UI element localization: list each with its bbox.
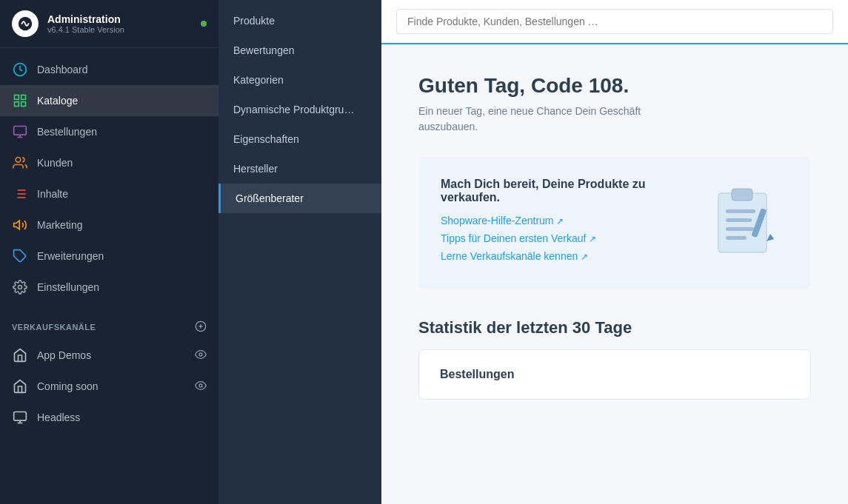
submenu-item-dynamische-produktgru[interactable]: Dynamische Produktgru… — [218, 95, 381, 124]
bestellungen-icon — [12, 124, 28, 140]
sidebar-item-erweiterungen[interactable]: Erweiterungen — [0, 241, 218, 272]
visibility-icon-app-demos[interactable] — [195, 349, 207, 363]
submenu-item-produkte[interactable]: Produkte — [218, 6, 381, 36]
sidebar-label-inhalte: Inhalte — [37, 188, 207, 200]
svg-rect-2 — [15, 95, 19, 100]
svg-point-18 — [19, 286, 22, 289]
channel-label-headless: Headless — [37, 411, 207, 423]
kataloge-submenu: Produkte Bewertungen Kategorien Dynamisc… — [218, 0, 381, 504]
greeting-sub: Ein neuer Tag, eine neue Chance Dein Ges… — [418, 104, 811, 135]
headless-icon — [12, 409, 28, 426]
visibility-icon-coming-soon[interactable] — [195, 380, 207, 394]
sidebar-label-kunden: Kunden — [37, 157, 207, 169]
svg-marker-16 — [14, 221, 20, 229]
erweiterungen-icon — [12, 248, 28, 264]
sidebar-label-marketing: Marketing — [37, 219, 207, 231]
search-input[interactable] — [396, 9, 833, 34]
svg-rect-24 — [14, 412, 27, 421]
sidebar-item-dashboard[interactable]: Dashboard — [0, 54, 218, 85]
marketing-icon — [12, 217, 28, 233]
channel-label-app-demos: App Demos — [37, 349, 186, 361]
app-version: v6.4.1 Stable Version — [47, 25, 192, 34]
promo-link-hilfe[interactable]: Shopware-Hilfe-Zentrum — [441, 215, 700, 226]
store2-icon — [12, 378, 28, 394]
stats-card: Bestellungen — [418, 349, 811, 400]
content-area: Guten Tag, Code 108. Ein neuer Tag, eine… — [381, 44, 848, 504]
sidebar-item-einstellungen[interactable]: Einstellungen — [0, 272, 218, 303]
greeting-section: Guten Tag, Code 108. Ein neuer Tag, eine… — [418, 74, 811, 135]
sidebar-item-kataloge[interactable]: Kataloge — [0, 85, 218, 116]
sidebar-label-einstellungen: Einstellungen — [37, 281, 207, 293]
svg-rect-31 — [726, 227, 754, 231]
channel-item-headless[interactable]: Headless — [0, 402, 218, 433]
svg-rect-29 — [726, 209, 755, 213]
submenu-item-groessenberater[interactable]: Größenberater — [218, 184, 381, 213]
greeting-heading: Guten Tag, Code 108. — [418, 74, 811, 98]
channel-label-coming-soon: Coming soon — [37, 380, 186, 392]
svg-rect-3 — [21, 95, 26, 100]
sidebar-item-marketing[interactable]: Marketing — [0, 209, 218, 241]
submenu-item-bewertungen[interactable]: Bewertungen — [218, 36, 381, 65]
promo-card: Mach Dich bereit, Deine Produkte zu verk… — [418, 157, 811, 289]
svg-marker-34 — [767, 234, 774, 241]
promo-heading: Mach Dich bereit, Deine Produkte zu verk… — [441, 178, 700, 204]
inhalte-icon — [12, 186, 28, 202]
submenu-item-kategorien[interactable]: Kategorien — [218, 65, 381, 95]
katalog-icon — [12, 93, 28, 109]
channel-item-coming-soon[interactable]: Coming soon — [0, 371, 218, 402]
sidebar-item-kunden[interactable]: Kunden — [0, 147, 218, 178]
sidebar-label-kataloge: Kataloge — [37, 95, 207, 107]
kunden-icon — [12, 155, 28, 171]
svg-rect-28 — [732, 189, 752, 201]
section-label: Verkaufskanäle — [12, 323, 96, 332]
svg-rect-4 — [15, 102, 19, 107]
submenu-item-hersteller[interactable]: Hersteller — [218, 154, 381, 184]
einstellungen-icon — [12, 279, 28, 295]
main-nav: Dashboard Kataloge Bestellungen — [0, 48, 218, 309]
promo-illustration — [700, 186, 789, 260]
svg-point-22 — [199, 353, 202, 356]
app-logo — [12, 10, 39, 37]
dashboard-icon — [12, 61, 28, 78]
topbar — [381, 0, 848, 44]
svg-rect-5 — [21, 102, 26, 107]
main-content: Guten Tag, Code 108. Ein neuer Tag, eine… — [381, 0, 848, 504]
svg-point-23 — [199, 384, 202, 387]
sidebar-label-erweiterungen: Erweiterungen — [37, 250, 207, 262]
online-status-dot — [201, 21, 207, 27]
stats-card-heading: Bestellungen — [440, 368, 789, 381]
sidebar-header: Administration v6.4.1 Stable Version — [0, 0, 218, 48]
svg-rect-32 — [726, 236, 747, 240]
channel-item-app-demos[interactable]: App Demos — [0, 340, 218, 371]
submenu-item-eigenschaften[interactable]: Eigenschaften — [218, 124, 381, 154]
sidebar: Administration v6.4.1 Stable Version Das… — [0, 0, 218, 504]
stats-section: Statistik der letzten 30 Tage Bestellung… — [418, 318, 811, 400]
promo-link-kanaele[interactable]: Lerne Verkaufskanäle kennen — [441, 250, 700, 262]
sidebar-label-dashboard: Dashboard — [37, 64, 207, 75]
sidebar-label-bestellungen: Bestellungen — [37, 126, 207, 138]
promo-content: Mach Dich bereit, Deine Produkte zu verk… — [441, 178, 700, 268]
store-icon — [12, 347, 28, 363]
svg-point-9 — [16, 158, 21, 163]
sidebar-item-inhalte[interactable]: Inhalte — [0, 178, 218, 209]
verkaufskanaele-section-header: Verkaufskanäle — [0, 309, 218, 340]
stats-title: Statistik der letzten 30 Tage — [418, 318, 811, 337]
sidebar-item-bestellungen[interactable]: Bestellungen — [0, 116, 218, 147]
promo-link-tipps[interactable]: Tipps für Deinen ersten Verkauf — [441, 232, 700, 244]
add-verkaufskanal-button[interactable] — [195, 320, 207, 334]
svg-rect-30 — [726, 218, 752, 222]
svg-rect-6 — [14, 127, 27, 135]
app-name: Administration — [47, 13, 192, 25]
